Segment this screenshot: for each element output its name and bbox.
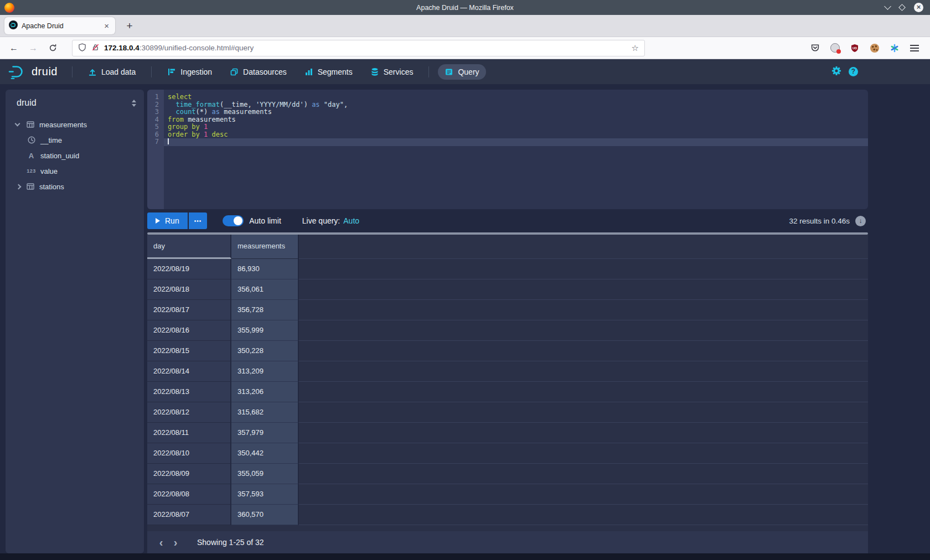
table-row[interactable]: 2022/08/08357,593 <box>147 484 868 505</box>
nav-item-query[interactable]: Query <box>438 64 485 80</box>
lock-insecure-icon[interactable] <box>91 43 100 53</box>
sql-editor[interactable]: 1234567 select time_format(__time, 'YYYY… <box>147 90 868 209</box>
table-row[interactable]: 2022/08/07360,570 <box>147 505 868 525</box>
cell-day[interactable]: 2022/08/12 <box>147 402 231 423</box>
tree-item-time[interactable]: __time <box>6 132 144 148</box>
tree-item-measurements[interactable]: measurements <box>6 117 144 132</box>
nav-item-load-data[interactable]: Load data <box>81 64 142 80</box>
nav-item-ingestion[interactable]: Ingestion <box>161 64 219 80</box>
cell-day[interactable]: 2022/08/10 <box>147 443 231 464</box>
cell-day[interactable]: 2022/08/11 <box>147 423 231 443</box>
bookmark-star-icon[interactable]: ☆ <box>632 43 639 53</box>
code-line-3[interactable]: count(*) as measurements <box>164 108 868 116</box>
code-line-6[interactable]: order by 1 desc <box>164 131 868 139</box>
tree-item-value[interactable]: 123value <box>6 163 144 179</box>
code-line-7[interactable] <box>164 138 868 146</box>
cell-measurements[interactable]: 350,442 <box>231 443 299 464</box>
next-page-icon[interactable]: › <box>168 537 183 548</box>
cell-day[interactable]: 2022/08/09 <box>147 464 231 484</box>
cell-measurements[interactable]: 315,682 <box>231 402 299 423</box>
live-query-value[interactable]: Auto <box>343 216 359 225</box>
svg-text:UO: UO <box>852 46 857 49</box>
window-close-icon[interactable]: × <box>914 3 923 12</box>
table-row[interactable]: 2022/08/13313,206 <box>147 382 868 402</box>
cell-day[interactable]: 2022/08/17 <box>147 300 231 320</box>
table-row[interactable]: 2022/08/16355,999 <box>147 320 868 341</box>
profile-avatar-icon[interactable] <box>829 43 840 54</box>
cell-day[interactable]: 2022/08/13 <box>147 382 231 402</box>
run-button[interactable]: Run <box>147 212 188 229</box>
editor-code[interactable]: select time_format(__time, 'YYYY/MM/dd')… <box>164 90 868 146</box>
download-icon[interactable]: ↓ <box>855 216 866 226</box>
table-row[interactable]: 2022/08/12315,682 <box>147 402 868 423</box>
cell-day[interactable]: 2022/08/14 <box>147 361 231 382</box>
tree-item-station_uuid[interactable]: Astation_uuid <box>6 148 144 163</box>
table-row[interactable]: 2022/08/17356,728 <box>147 300 868 320</box>
play-icon <box>156 218 160 224</box>
back-icon[interactable]: ← <box>7 43 21 53</box>
pagination-bar: ‹ › Showing 1-25 of 32 <box>147 531 868 553</box>
cell-measurements[interactable]: 360,570 <box>231 505 299 525</box>
column-header-day[interactable]: day <box>147 235 231 259</box>
code-line-2[interactable]: time_format(__time, 'YYYY/MM/dd') as "da… <box>164 101 868 109</box>
window-maximize-icon[interactable] <box>898 4 906 11</box>
forward-icon[interactable]: → <box>26 41 40 55</box>
table-row[interactable]: 2022/08/09355,059 <box>147 464 868 484</box>
tab-close-icon[interactable]: × <box>102 21 111 30</box>
cell-measurements[interactable]: 357,593 <box>231 484 299 505</box>
code-line-4[interactable]: from measurements <box>164 116 868 124</box>
cell-day[interactable]: 2022/08/16 <box>147 320 231 341</box>
help-icon[interactable]: ? <box>849 67 858 76</box>
chevron-down-icon[interactable] <box>15 121 20 127</box>
run-more-button[interactable]: ••• <box>189 212 208 229</box>
prev-page-icon[interactable]: ‹ <box>154 537 168 548</box>
chevron-right-icon[interactable] <box>16 184 22 189</box>
cell-measurements[interactable]: 86,930 <box>231 259 299 279</box>
cell-measurements[interactable]: 313,206 <box>231 382 299 402</box>
pocket-icon[interactable] <box>809 43 820 54</box>
cell-day[interactable]: 2022/08/19 <box>147 259 231 279</box>
cell-measurements[interactable]: 355,999 <box>231 320 299 341</box>
druid-logo[interactable]: druid <box>8 65 58 79</box>
cookie-icon[interactable] <box>869 43 880 54</box>
cell-measurements[interactable]: 356,728 <box>231 300 299 320</box>
shield-icon[interactable] <box>78 43 86 53</box>
column-header-measurements[interactable]: measurements <box>231 235 299 259</box>
navbar-divider <box>151 66 152 77</box>
table-row[interactable]: 2022/08/18356,061 <box>147 279 868 300</box>
nav-item-label: Query <box>458 68 479 76</box>
cell-measurements[interactable]: 313,209 <box>231 361 299 382</box>
settings-gear-icon[interactable] <box>831 66 841 77</box>
url-bar[interactable]: 172.18.0.4:30899/unified-console.html#qu… <box>72 40 645 56</box>
new-tab-button[interactable]: + <box>122 20 137 32</box>
datasources-icon <box>230 68 239 76</box>
nav-item-services[interactable]: Services <box>364 64 420 80</box>
table-row[interactable]: 2022/08/10350,442 <box>147 443 868 464</box>
cell-measurements[interactable]: 355,059 <box>231 464 299 484</box>
nav-item-segments[interactable]: Segments <box>298 64 359 80</box>
cell-day[interactable]: 2022/08/15 <box>147 341 231 361</box>
cell-measurements[interactable]: 350,228 <box>231 341 299 361</box>
nav-item-datasources[interactable]: Datasources <box>223 64 293 80</box>
cell-day[interactable]: 2022/08/18 <box>147 279 231 300</box>
tree-item-stations[interactable]: stations <box>6 179 144 194</box>
code-line-1[interactable]: select <box>164 94 868 101</box>
browser-tab-apache-druid[interactable]: Apache Druid × <box>4 17 115 34</box>
code-line-5[interactable]: group by 1 <box>164 123 868 131</box>
cell-measurements[interactable]: 356,061 <box>231 279 299 300</box>
table-row[interactable]: 2022/08/11357,979 <box>147 423 868 443</box>
ublock-shield-icon[interactable]: UO <box>849 43 860 54</box>
cell-day[interactable]: 2022/08/07 <box>147 505 231 525</box>
line-number: 2 <box>147 101 164 109</box>
table-row[interactable]: 2022/08/14313,209 <box>147 361 868 382</box>
sort-double-caret-icon[interactable] <box>132 100 136 107</box>
cell-day[interactable]: 2022/08/08 <box>147 484 231 505</box>
cell-measurements[interactable]: 357,979 <box>231 423 299 443</box>
menu-hamburger-icon[interactable] <box>909 43 920 54</box>
reload-icon[interactable] <box>45 41 60 55</box>
extension-asterisk-icon[interactable] <box>889 43 900 54</box>
table-row[interactable]: 2022/08/1986,930 <box>147 259 868 279</box>
window-minimize-icon[interactable] <box>884 3 891 10</box>
auto-limit-toggle[interactable] <box>223 215 244 226</box>
table-row[interactable]: 2022/08/15350,228 <box>147 341 868 361</box>
